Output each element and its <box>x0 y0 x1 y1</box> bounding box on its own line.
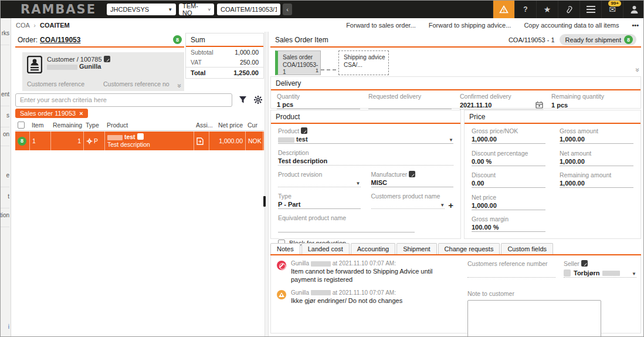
chevron-down-icon[interactable]: ▼ <box>356 181 361 186</box>
discount-field[interactable]: Discount 0.00 <box>472 171 545 188</box>
chevron-down-icon: ▼ <box>163 7 172 12</box>
edit-icon[interactable] <box>581 260 588 267</box>
order-status-badge: 8 <box>173 35 182 44</box>
flow-shipping-advice-box[interactable]: Shipping advice CSA/... <box>338 50 389 75</box>
chevron-down-icon[interactable]: ▼ <box>440 203 445 208</box>
price-title: Price <box>465 110 640 124</box>
side-panel-item[interactable]: i <box>0 323 9 337</box>
document-forward-icon <box>196 137 204 145</box>
panel-splitter[interactable] <box>265 32 269 337</box>
collapsed-side-panel[interactable]: rks ent s on e t tion i <box>1 18 11 337</box>
delivery-section: Delivery Quantity 1 pcs Requested delive… <box>270 76 641 109</box>
search-input[interactable] <box>15 93 232 107</box>
items-table-header: Item Remaining Type Product Assi... Net … <box>15 120 264 131</box>
tab-accounting[interactable]: Accounting <box>351 243 395 254</box>
favorites-button[interactable]: ★ <box>536 1 558 18</box>
menu-button[interactable] <box>579 1 601 18</box>
tab-landed-cost[interactable]: Landed cost <box>301 243 350 254</box>
help-button[interactable]: ? <box>514 1 536 18</box>
side-panel-item[interactable]: e <box>0 172 9 187</box>
customer-card[interactable]: Customer / 100785 Gunilla Customers refe… <box>22 52 184 91</box>
note-to-customer-field[interactable]: Note to customer <box>467 288 636 337</box>
chevron-down-icon[interactable]: ▼ <box>449 137 453 143</box>
breadcrumb-root[interactable]: COA <box>16 22 29 29</box>
customers-reference-label: Customers reference <box>27 80 84 87</box>
side-panel-item[interactable]: on <box>0 131 9 146</box>
product-title: Product <box>271 110 460 124</box>
customers-product-name-field[interactable]: Customers product name ▼ + <box>371 193 454 209</box>
collapse-flow-icon[interactable]: » <box>634 68 642 72</box>
calendar-icon[interactable] <box>535 101 543 109</box>
filter-chip-sales-order[interactable]: Sales order 119053 × <box>15 109 88 118</box>
edit-icon[interactable] <box>137 133 144 140</box>
product-revision-field[interactable]: Product revision ▼ <box>278 171 361 187</box>
product-field[interactable]: Product test ▼ <box>278 127 453 144</box>
customer-title: Customer / 100785 <box>47 56 102 63</box>
chevron-down-icon: ˅ <box>203 7 211 12</box>
attachments-button[interactable] <box>558 1 579 18</box>
tab-custom-fields[interactable]: Custom fields <box>501 243 553 254</box>
quantity-field[interactable]: Quantity 1 pcs <box>277 93 360 110</box>
filter-icon[interactable] <box>238 95 248 105</box>
side-panel-item[interactable]: rks <box>0 30 9 45</box>
side-panel-item[interactable]: t <box>0 193 9 208</box>
chevron-down-icon[interactable]: ▼ <box>632 271 636 277</box>
table-row[interactable]: 8 1 1 P test Test description 1,000.00 N… <box>15 132 264 150</box>
side-panel-item[interactable]: s <box>0 112 9 127</box>
account-button[interactable] <box>623 1 644 18</box>
side-panel-item[interactable]: ent <box>0 91 9 106</box>
status-pill: Ready for shipment 8 <box>560 34 636 45</box>
net-price-field[interactable]: Net price 1,000.00 <box>472 194 545 210</box>
company-select[interactable]: TEM-NO˅ <box>179 4 214 15</box>
customer-name: Gunilla <box>79 63 101 70</box>
list-icon <box>587 6 595 13</box>
document-search-input[interactable] <box>217 4 280 15</box>
order-link[interactable]: COA/119053 <box>40 36 80 44</box>
sales-order-item-header: Sales Order Item COA/119053 - 1 Ready fo… <box>270 33 641 48</box>
confirmed-delivery-field[interactable]: Confirmed delivery 2021.11.10 <box>460 93 543 110</box>
blocked-icon <box>277 261 286 270</box>
splitter-handle[interactable] <box>263 196 266 207</box>
gear-icon[interactable] <box>253 95 263 105</box>
equivalent-product-name-field[interactable]: Equivalent product name <box>278 214 415 232</box>
part-type-icon <box>86 138 93 144</box>
action-links: Forward to sales order... Forward to shi… <box>346 22 639 29</box>
side-panel-item[interactable]: tion <box>0 212 9 227</box>
edit-icon[interactable] <box>301 127 307 134</box>
type-field[interactable]: Type P - Part <box>278 193 361 209</box>
more-actions-button[interactable]: ••• <box>632 22 639 29</box>
note-to-customer-textarea[interactable] <box>467 300 601 337</box>
customers-reference-number-field[interactable]: Customers reference number <box>467 260 555 278</box>
manufacturer-field[interactable]: Manufacturer MISC <box>371 171 454 187</box>
tab-shipment[interactable]: Shipment <box>396 243 436 254</box>
tab-notes[interactable]: Notes <box>270 243 300 254</box>
close-icon[interactable]: × <box>79 110 83 117</box>
status-badge: 8 <box>624 35 633 44</box>
description-field[interactable]: Description Test description <box>278 149 453 166</box>
document-flow: Sales order COA/119053-1 1 Shipping advi… <box>275 50 389 77</box>
edit-icon[interactable] <box>104 56 110 62</box>
requested-delivery-field[interactable]: Requested delivery <box>368 93 452 110</box>
system-select[interactable]: JHCDEVSYS▼ <box>107 4 176 15</box>
flow-sales-order-box[interactable]: Sales order COA/119053-1 1 <box>275 50 321 75</box>
forward-to-sales-order-link[interactable]: Forward to sales order... <box>346 22 416 29</box>
seller-field[interactable]: Seller Torbjørn ▼ <box>564 260 636 278</box>
row-assignment[interactable] <box>194 132 209 150</box>
gross-margin-field[interactable]: Gross margin 100.00 % <box>472 215 545 232</box>
back-button[interactable]: ‹ <box>283 4 292 15</box>
add-product-name-button[interactable]: + <box>448 202 453 209</box>
edit-icon[interactable] <box>409 171 415 177</box>
message-count-badge: 99+ <box>608 1 621 6</box>
messages-button[interactable]: ✉ 99+ <box>601 1 623 18</box>
row-item: 1 <box>29 132 50 150</box>
order-items-panel: Order: COA/119053 8 Customer / 100785 <box>12 32 265 337</box>
gross-price-field[interactable]: Gross price/NOK 1,000.00 <box>472 127 545 144</box>
warning-button[interactable] <box>493 1 514 18</box>
expand-card-icon[interactable]: » <box>176 84 184 88</box>
forward-to-shipping-advice-link[interactable]: Forward to shipping advice... <box>429 22 511 29</box>
rambase-logo[interactable]: RAMBASE <box>21 2 96 16</box>
select-all-checkbox[interactable] <box>18 122 25 129</box>
tab-change-requests[interactable]: Change requests <box>438 243 500 254</box>
discount-percentage-field[interactable]: Discount percentage 0.00 % <box>472 150 545 166</box>
copy-accounting-data-link[interactable]: Copy accounting data to all items <box>524 22 619 29</box>
